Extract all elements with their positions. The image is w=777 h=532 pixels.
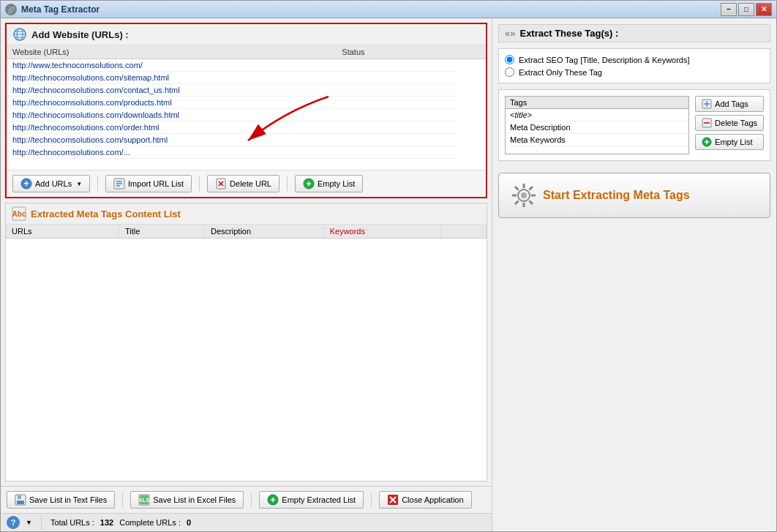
extra-column (441, 225, 487, 239)
import-icon (113, 178, 125, 190)
globe-icon (12, 27, 27, 42)
url-table-row[interactable]: http://www.technocomsolutions.com/ (7, 59, 486, 72)
url-section: Add Website (URLs) : Website (URLs) Stat… (5, 23, 487, 198)
svg-text:+: + (23, 179, 29, 189)
empty-extracted-list-button[interactable]: Empty Extracted List (259, 491, 364, 509)
delete-tags-button[interactable]: Delete Tags (695, 115, 764, 131)
title-bar: 🔗 Meta Tag Extractor – □ ✕ (1, 1, 776, 18)
add-tags-icon (702, 99, 712, 109)
status-cell (336, 59, 456, 72)
extracted-header: Abc Extracted Meta Tags Content List (6, 203, 487, 225)
add-urls-icon: + (20, 178, 32, 190)
tags-list: Tags <title> Meta Description Meta Keywo… (505, 96, 689, 154)
radio-group: Extract SEO Tag [Title, Description & Ke… (498, 48, 770, 83)
title-bar-left: 🔗 Meta Tag Extractor (5, 4, 100, 15)
url-table-row[interactable]: http://technocomsolutions.com/contact_us… (7, 84, 486, 97)
extracted-table[interactable]: URLs Title Description Keywords (6, 225, 487, 481)
save-text-files-label: Save List in Text Files (29, 495, 107, 504)
svg-text:XLS: XLS (138, 497, 150, 503)
empty-extracted-icon (267, 494, 279, 506)
url-cell: http://technocomsolutions.com/... (7, 146, 336, 159)
tag-meta-keywords-item[interactable]: Meta Keywords (506, 134, 688, 146)
urls-column-header: URLs (6, 225, 119, 239)
empty-list-button[interactable]: Empty List (295, 175, 363, 192)
url-table-row[interactable]: http://technocomsolutions.com/products.h… (7, 97, 486, 109)
close-application-button[interactable]: Close Application (379, 491, 471, 509)
url-table-row[interactable]: http://technocomsolutions.com/downloads.… (7, 109, 486, 121)
url-table[interactable]: Website (URLs) Status http://www.technoc… (7, 45, 486, 170)
start-extracting-button[interactable]: Start Extracting Meta Tags (498, 173, 770, 218)
url-toolbar: + Add URLs ▼ (7, 170, 486, 197)
empty-tags-list-button[interactable]: Empty List (695, 134, 764, 150)
status-dropdown-icon[interactable]: ▼ (26, 519, 32, 526)
main-window: 🔗 Meta Tag Extractor – □ ✕ (0, 0, 777, 532)
radio-only-label: Extract Only These Tag (519, 68, 602, 77)
delete-tags-icon (702, 118, 712, 128)
separator (97, 176, 98, 191)
extracted-title: Extracted Meta Tags Content List (31, 209, 181, 220)
separator4 (122, 492, 123, 507)
url-table-row[interactable]: http://technocomsolutions.com/... (7, 146, 486, 159)
url-cell: http://technocomsolutions.com/downloads.… (7, 109, 336, 121)
url-table-row[interactable]: http://technocomsolutions.com/sitemap.ht… (7, 72, 486, 84)
svg-line-46 (530, 187, 533, 190)
status-cell (336, 84, 456, 97)
bottom-toolbar: Save List in Text Files XLS Save List in… (1, 486, 492, 513)
svg-rect-21 (17, 501, 24, 504)
minimize-button[interactable]: – (721, 3, 737, 16)
abc-icon: Abc (12, 206, 26, 221)
delete-tags-label: Delete Tags (715, 119, 757, 127)
tags-section: Tags <title> Meta Description Meta Keywo… (498, 89, 770, 161)
help-button[interactable]: ? (7, 516, 20, 529)
url-cell: http://technocomsolutions.com/support.ht… (7, 134, 336, 146)
import-url-list-button[interactable]: Import URL List (105, 175, 192, 192)
url-section-title: Add Website (URLs) : (31, 29, 129, 40)
add-urls-button[interactable]: + Add URLs ▼ (12, 175, 90, 192)
empty-tags-list-label: Empty List (715, 138, 752, 146)
radio-only-input[interactable] (505, 67, 514, 77)
tag-title-item[interactable]: <title> (506, 109, 688, 121)
url-cell: http://technocomsolutions.com/sitemap.ht… (7, 72, 336, 84)
status-column-header: Status (336, 45, 456, 59)
url-section-header: Add Website (URLs) : (7, 24, 486, 45)
status-cell (336, 97, 456, 109)
separator5 (251, 492, 252, 507)
url-cell: http://technocomsolutions.com/contact_us… (7, 84, 336, 97)
save-text-icon (15, 494, 26, 506)
start-extracting-label: Start Extracting Meta Tags (543, 189, 690, 202)
description-column-header: Description (205, 225, 324, 239)
close-app-icon (387, 494, 399, 506)
extract-section-header: «» Extract These Tag(s) : (498, 24, 770, 42)
url-table-row[interactable]: http://technocomsolutions.com/order.html (7, 121, 486, 134)
complete-urls-label: Complete URLs : (119, 518, 181, 527)
radio-seo-input[interactable] (505, 55, 514, 64)
tag-meta-description-item[interactable]: Meta Description (506, 121, 688, 134)
gear-icon (511, 182, 537, 209)
radio-seo-tag[interactable]: Extract SEO Tag [Title, Description & Ke… (505, 55, 764, 64)
empty-list-label: Empty List (318, 179, 355, 188)
separator2 (199, 176, 200, 191)
svg-text:Abc: Abc (12, 210, 26, 218)
app-icon: 🔗 (5, 4, 17, 15)
maximize-button[interactable]: □ (738, 3, 754, 16)
extract-header-text: Extract These Tag(s) : (519, 28, 618, 39)
window-controls: – □ ✕ (721, 3, 772, 16)
radio-seo-label: Extract SEO Tag [Title, Description & Ke… (519, 56, 690, 64)
main-content: Add Website (URLs) : Website (URLs) Stat… (1, 18, 776, 531)
delete-url-button[interactable]: Delete URL (207, 175, 279, 192)
add-tags-label: Add Tags (715, 100, 748, 108)
add-tags-button[interactable]: Add Tags (695, 96, 764, 112)
url-table-row[interactable]: http://technocomsolutions.com/support.ht… (7, 134, 486, 146)
url-column-header: Website (URLs) (7, 45, 336, 59)
total-urls-label: Total URLs : (50, 518, 94, 527)
svg-point-39 (521, 192, 527, 198)
status-cell (336, 146, 456, 159)
save-text-files-button[interactable]: Save List in Text Files (7, 491, 115, 509)
url-cell: http://www.technocomsolutions.com/ (7, 59, 336, 72)
radio-only-tag[interactable]: Extract Only These Tag (505, 67, 764, 77)
close-button[interactable]: ✕ (756, 3, 772, 16)
delete-url-label: Delete URL (230, 179, 271, 188)
close-application-label: Close Application (402, 495, 463, 504)
save-excel-files-button[interactable]: XLS Save List in Excel Files (130, 491, 244, 509)
complete-urls-value: 0 (187, 518, 191, 527)
